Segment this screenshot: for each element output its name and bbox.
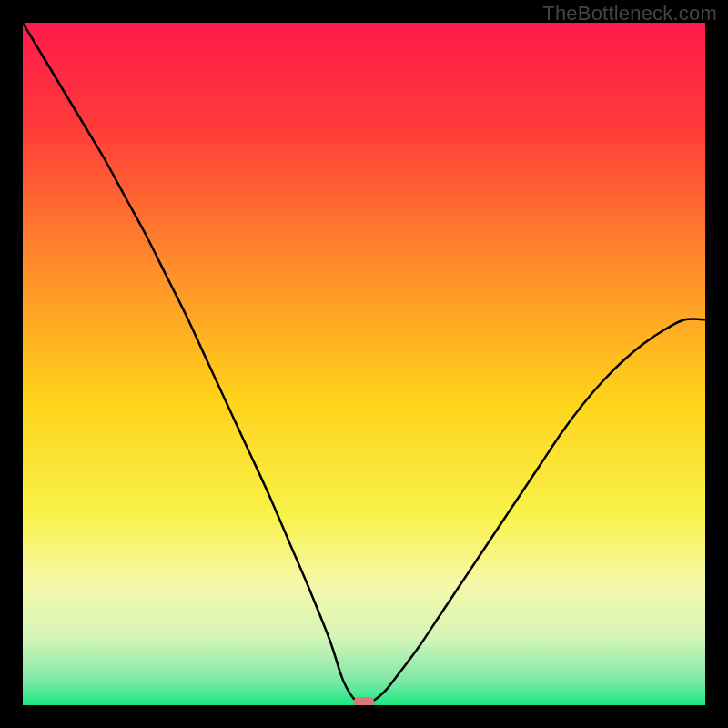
plot-area <box>23 23 705 705</box>
chart-frame: TheBottleneck.com <box>0 0 728 728</box>
watermark-text: TheBottleneck.com <box>542 2 717 25</box>
chart-svg <box>23 23 705 705</box>
optimal-marker <box>354 697 375 705</box>
gradient-background <box>23 23 705 705</box>
